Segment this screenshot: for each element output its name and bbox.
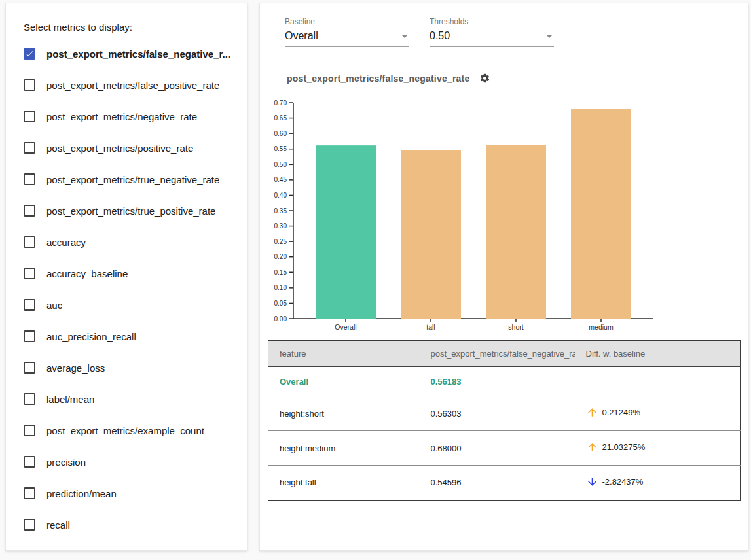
chevron-down-icon [401,35,408,38]
diff-cell [575,367,741,396]
feature-cell: height:short [268,396,420,431]
metric-label: precision [46,457,86,468]
chevron-down-icon [546,35,553,38]
svg-text:0.05: 0.05 [274,300,287,307]
checkbox-icon[interactable] [24,519,35,531]
arrow-down-icon [586,476,598,488]
metric-label: accuracy_baseline [46,268,128,279]
metric-label: prediction/mean [46,488,117,499]
feature-cell: height:medium [268,431,420,466]
metric-checkbox-item[interactable]: accuracy_baseline [24,258,236,289]
metric-selector-title: Select metrics to display: [24,21,236,34]
checkbox-icon[interactable] [24,330,35,342]
svg-text:0.30: 0.30 [274,222,287,230]
baseline-dropdown[interactable]: Baseline Overall [285,17,409,47]
checkbox-icon[interactable] [24,393,35,405]
metric-label: average_loss [46,362,105,374]
metric-checkbox-item[interactable]: label/mean [24,383,236,415]
chart-title: post_export_metrics/false_negative_rate [287,73,469,84]
diff-value: 21.03275% [602,442,646,452]
svg-text:medium: medium [589,323,614,331]
checkbox-icon[interactable] [24,111,35,122]
diff-value: -2.82437% [602,477,644,487]
metric-list: post_export_metrics/false_negative_r... … [24,38,236,540]
thresholds-dropdown-value: 0.50 [430,30,450,42]
metric-label: post_export_metrics/false_positive_rate [46,80,219,91]
checkbox-icon[interactable] [24,236,35,248]
metric-checkbox-item[interactable]: post_export_metrics/negative_rate [24,101,236,132]
checkbox-icon[interactable] [24,425,35,436]
svg-text:0.65: 0.65 [274,114,287,122]
checkbox-icon[interactable] [24,487,35,499]
diff-value: 0.21249% [602,408,641,417]
thresholds-dropdown[interactable]: Thresholds 0.50 [430,17,554,47]
metric-label: post_export_metrics/true_negative_rate [46,174,219,185]
checkbox-icon[interactable] [24,205,35,217]
metric-selector-panel: Select metrics to display: post_export_m… [5,3,247,551]
svg-text:0.35: 0.35 [274,207,287,215]
metric-label: label/mean [46,394,94,405]
arrow-up-icon [586,406,598,419]
checkbox-icon[interactable] [24,456,35,468]
metric-label: post_export_metrics/true_positive_rate [46,205,215,217]
metric-checkbox-item[interactable]: auc [24,289,236,321]
metric-checkbox-item[interactable]: post_export_metrics/positive_rate [24,132,236,164]
metric-label: post_export_metrics/example_count [46,425,204,436]
metric-label: auc [46,300,62,311]
diff-cell: 21.03275% [575,431,741,466]
header-feature: feature [268,341,420,367]
svg-text:0.55: 0.55 [274,145,287,152]
metric-checkbox-item[interactable]: recall [24,509,236,540]
feature-cell: Overall [268,367,420,396]
metric-checkbox-item[interactable]: post_export_metrics/example_count [24,415,236,446]
baseline-dropdown-value: Overall [285,30,318,42]
checkbox-icon[interactable] [24,299,35,311]
svg-text:tall: tall [426,323,435,331]
value-cell: 0.56183 [420,367,575,396]
checkbox-icon[interactable] [24,79,35,91]
thresholds-dropdown-value-row[interactable]: 0.50 [430,26,554,47]
bar-chart[interactable]: 0.000.050.100.150.200.250.300.350.400.45… [260,99,666,336]
diff-cell: 0.21249% [575,396,741,431]
value-cell: 0.56303 [420,396,575,431]
metric-label: post_export_metrics/negative_rate [46,111,197,122]
table-header-row: feature post_export_metrics/false_negati… [268,341,741,367]
baseline-dropdown-value-row[interactable]: Overall [285,26,409,47]
metric-checkbox-item[interactable]: post_export_metrics/true_negative_rate [24,164,236,195]
metric-checkbox-item[interactable]: average_loss [24,352,236,383]
gear-icon[interactable] [479,73,490,84]
metrics-table: feature post_export_metrics/false_negati… [268,340,741,501]
svg-text:0.15: 0.15 [274,269,287,276]
baseline-dropdown-label: Baseline [285,17,409,26]
table-row[interactable]: height:short 0.56303 0.21249% [268,396,741,431]
svg-text:0.10: 0.10 [274,284,287,291]
metric-checkbox-item[interactable]: post_export_metrics/false_positive_rate [24,69,236,101]
checkbox-icon[interactable] [24,268,35,279]
checkbox-icon[interactable] [24,173,35,185]
metric-checkbox-item[interactable]: precision [24,446,236,478]
svg-text:0.60: 0.60 [274,130,287,137]
table-row[interactable]: height:medium 0.68000 21.03275% [268,431,741,466]
metric-checkbox-item[interactable]: prediction/mean [24,478,236,509]
table-row[interactable]: height:tall 0.54596 -2.82437% [268,466,741,500]
metric-label: accuracy [46,237,86,248]
svg-text:0.40: 0.40 [274,192,287,199]
metric-checkbox-item[interactable]: post_export_metrics/false_negative_r... [24,38,236,69]
checkbox-icon[interactable] [24,48,35,60]
feature-cell: height:tall [268,466,420,500]
svg-text:0.45: 0.45 [274,176,287,183]
svg-text:0.25: 0.25 [274,238,287,245]
checkbox-icon[interactable] [24,362,35,374]
svg-text:0.00: 0.00 [274,315,287,323]
header-metric: post_export_metrics/false_negative_rat..… [420,341,575,367]
arrow-up-icon [586,441,598,453]
metric-checkbox-item[interactable]: auc_precision_recall [24,321,236,352]
metric-label: auc_precision_recall [46,331,136,342]
metric-checkbox-item[interactable]: post_export_metrics/true_positive_rate [24,195,236,226]
metric-checkbox-item[interactable]: accuracy [24,226,236,258]
checkmark-icon [25,49,34,58]
metric-label: post_export_metrics/positive_rate [46,143,193,154]
table-row[interactable]: Overall 0.56183 [268,367,741,396]
svg-text:short: short [508,323,523,331]
checkbox-icon[interactable] [24,142,35,154]
